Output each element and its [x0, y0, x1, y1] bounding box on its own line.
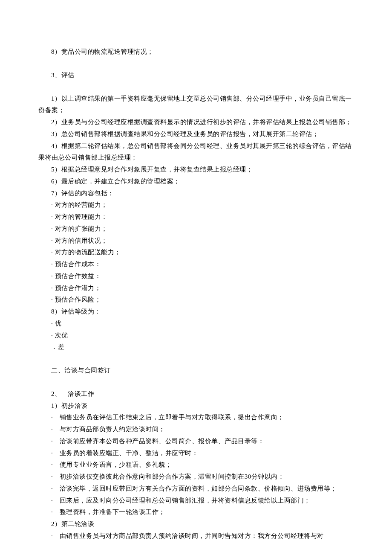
blank-line: [38, 377, 354, 388]
text-line: · 对方的扩张能力；: [38, 223, 354, 235]
text-line: · 对方的信用状况；: [38, 235, 354, 247]
text-line: 3、评估: [38, 70, 354, 81]
text-line: · 洽谈前应带齐本公司各种产品资料、公司简介、报价单、产品目录等：: [38, 436, 354, 447]
text-line: · 由销售业务员与对方商品部负责人预约洽谈时间，并同时告知对方：我方分公司经理将…: [38, 530, 354, 542]
blank-line: [38, 353, 354, 365]
text-line: 2）业务员与分公司经理应根据调查资料显示的情况进行初步的评估，并将评估结果上报总…: [38, 116, 354, 128]
text-line: 5）根据总经理意见对合作对象展开复查，并将复查结果上报总经理；: [38, 164, 354, 176]
text-line: · 洽谈完毕，返回时应带回对方有关合作方面的资料，如部分合同条款、价格倾向、进场…: [38, 483, 354, 495]
text-line: 4）根据第二轮评估结果，总公司销售部将会同分公司经理、业务员对其展开第三轮的综合…: [38, 140, 354, 164]
text-line: 7）评估的内容包括：: [38, 188, 354, 200]
text-line: 3）总公司销售部将根据调查结果和分公司经理及业务员的评估报告，对其展开第二轮评估…: [38, 128, 354, 140]
text-line: · 初步洽谈仅交换彼此合作意向和部分合作方案，滞留时间控制在30分钟以内：: [38, 471, 354, 483]
text-line: · 使用专业业务语言，少粗语、多礼貌；: [38, 459, 354, 471]
text-line: · 对方的物流配送能力；: [38, 247, 354, 259]
text-line: 1）以上调查结果的第一手资料应毫无保留地上交至总公司销售部、分公司经理手中，业务…: [38, 93, 354, 117]
text-line: · 回来后，应及时向分公司经理和总公司销售部汇报，并将资料信息反馈给以上两部门；: [38, 495, 354, 507]
text-line: · 对方的管理能力：: [38, 211, 354, 223]
text-line: ．差: [38, 341, 354, 353]
text-line: 二、洽谈与合同签订: [38, 365, 354, 377]
text-line: 6）最后确定，并建立合作对象的管理档案；: [38, 176, 354, 188]
text-line: · 业务员的着装应端正、干净、整洁，并应守时：: [38, 447, 354, 459]
text-line: 8）竞品公司的物流配送管理情况；: [38, 46, 354, 58]
text-line: · 预估合作潜力；: [38, 282, 354, 294]
text-line: · 预估合作效益：: [38, 270, 354, 282]
blank-line: [38, 58, 354, 70]
blank-line: [38, 81, 354, 93]
text-line: · 次优: [38, 330, 354, 342]
text-line: 2、 洽谈工作: [38, 388, 354, 400]
text-line: · 与对方商品部负责人约定洽谈时间；: [38, 424, 354, 436]
text-line: 1）初步洽谈: [38, 400, 354, 412]
text-line: · 预估合作成本：: [38, 259, 354, 270]
document-page: 8）竞品公司的物流配送管理情况；3、评估1）以上调查结果的第一手资料应毫无保留地…: [0, 0, 392, 555]
text-line: 8）评估等级为：: [38, 306, 354, 318]
text-line: · 优: [38, 318, 354, 330]
text-line: · 对方的经营能力；: [38, 199, 354, 211]
text-line: 2）第二轮洽谈: [38, 518, 354, 530]
text-line: · 整理资料，并准备下一轮洽谈工作；: [38, 506, 354, 518]
text-line: · 销售业务员在评估工作结束之后，立即着手与对方取得联系，提出合作意向；: [38, 412, 354, 424]
document-body: 8）竞品公司的物流配送管理情况；3、评估1）以上调查结果的第一手资料应毫无保留地…: [38, 46, 354, 542]
text-line: · 预估合作风险；: [38, 294, 354, 306]
